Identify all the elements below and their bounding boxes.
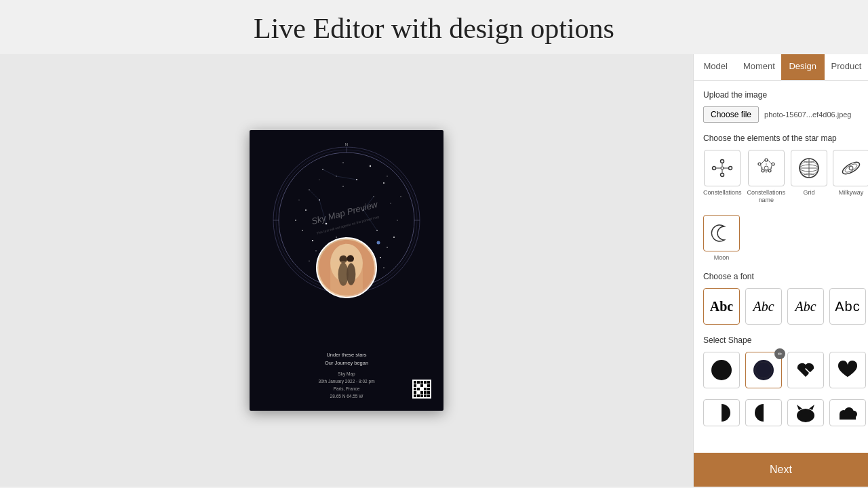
element-grid[interactable]: Grid [791, 150, 827, 204]
shape-half-circle-r[interactable] [745, 399, 782, 426]
svg-point-44 [383, 267, 384, 268]
svg-line-75 [761, 160, 765, 164]
font-item-1[interactable]: Abc [703, 288, 740, 325]
svg-point-62 [721, 160, 724, 163]
elements-grid: Constellations [703, 150, 859, 204]
svg-rect-104 [840, 414, 856, 420]
svg-point-93 [711, 360, 732, 380]
page-title: Live Editor with design options [0, 0, 868, 54]
svg-point-74 [762, 169, 764, 172]
shape-circle[interactable] [703, 352, 740, 388]
svg-point-36 [377, 241, 380, 245]
elements-label: Choose the elements of the star map [703, 134, 859, 143]
svg-point-12 [305, 209, 307, 211]
tab-design[interactable]: Design [781, 54, 825, 80]
svg-text:N: N [345, 142, 348, 146]
svg-point-65 [721, 167, 724, 169]
file-name: photo-15607...ef4d06.jpeg [764, 110, 851, 119]
svg-point-34 [336, 237, 336, 237]
tab-moment[interactable]: Moment [737, 54, 781, 80]
constellations-name-icon-box [748, 150, 785, 186]
svg-point-80 [764, 166, 768, 170]
svg-point-9 [370, 165, 371, 167]
svg-line-79 [761, 165, 762, 169]
svg-text:Sky Map Preview: Sky Map Preview [311, 199, 380, 226]
star-map-container: N [269, 142, 425, 298]
shape-heart[interactable] [829, 352, 866, 388]
svg-point-31 [397, 220, 397, 220]
font-item-4[interactable]: Abc [829, 288, 866, 325]
svg-point-15 [393, 237, 395, 238]
shape-grid-row1: ✏ [703, 352, 859, 388]
preview-area: N [0, 54, 693, 487]
constellations-label: Constellations [703, 189, 742, 197]
map-info: Sky Map 30th January 2022 - 8:02 pm Pari… [263, 370, 430, 400]
moon-icon-box [703, 215, 740, 251]
svg-point-90 [841, 160, 861, 176]
svg-point-39 [342, 186, 344, 187]
shape-heart-arrow[interactable] [787, 352, 824, 388]
svg-point-37 [298, 199, 299, 200]
svg-rect-60 [330, 261, 363, 297]
svg-point-59 [347, 255, 354, 262]
svg-point-72 [772, 163, 774, 165]
qr-code [412, 380, 431, 399]
grid-label: Grid [804, 189, 815, 197]
svg-point-38 [400, 196, 401, 197]
constellations-name-label: Constellations name [747, 189, 786, 204]
svg-point-25 [387, 247, 388, 248]
svg-point-28 [342, 162, 344, 163]
element-constellations[interactable]: Constellations [703, 150, 742, 204]
tab-product[interactable]: Product [825, 54, 868, 80]
font-item-3[interactable]: Abc [787, 288, 824, 325]
svg-point-63 [729, 167, 732, 170]
shape-dark-circle[interactable]: ✏ [745, 352, 782, 388]
shape-half-circle-l[interactable] [703, 399, 740, 426]
svg-point-17 [380, 257, 381, 258]
element-constellations-name[interactable]: Constellations name [747, 150, 786, 204]
tab-bar: Model Moment Design Product [694, 54, 868, 81]
svg-point-11 [383, 182, 384, 184]
choose-file-button[interactable]: Choose file [703, 106, 759, 123]
panel-content: Upload the image Choose file photo-15607… [694, 81, 868, 453]
edit-icon: ✏ [774, 348, 785, 359]
tagline: Under these stars Our Journey began [263, 351, 430, 367]
svg-point-43 [309, 260, 309, 261]
upload-row: Choose file photo-15607...ef4d06.jpeg [703, 106, 859, 123]
svg-point-98 [797, 409, 814, 422]
poster-bottom-text: Under these stars Our Journey began Sky … [263, 346, 430, 400]
element-milkyway[interactable]: Milkyway [833, 150, 868, 204]
tab-model[interactable]: Model [694, 54, 737, 80]
svg-line-77 [771, 165, 772, 169]
svg-point-71 [765, 159, 768, 161]
svg-point-24 [312, 240, 313, 241]
font-grid: Abc Abc Abc Abc [703, 288, 859, 325]
svg-line-47 [309, 190, 319, 200]
milkyway-label: Milkyway [839, 189, 864, 197]
couple-photo [316, 237, 377, 298]
svg-marker-99 [797, 405, 802, 410]
right-panel: Model Moment Design Product Upload the i… [693, 54, 868, 487]
svg-point-94 [753, 360, 774, 380]
next-button[interactable]: Next [694, 453, 868, 487]
svg-point-30 [295, 220, 296, 221]
font-label: Choose a font [703, 272, 859, 281]
svg-point-92 [849, 166, 853, 170]
svg-point-41 [319, 180, 320, 180]
constellations-icon-box [704, 150, 741, 186]
svg-line-46 [336, 176, 357, 180]
shape-cloud[interactable] [829, 399, 866, 426]
moon-row: Moon [703, 215, 859, 262]
svg-point-64 [721, 174, 724, 177]
grid-icon-box [791, 150, 827, 186]
shape-grid-row2 [703, 399, 859, 426]
milkyway-icon-box [833, 150, 868, 186]
svg-line-45 [323, 169, 336, 176]
upload-label: Upload the image [703, 90, 859, 100]
element-moon[interactable]: Moon [703, 215, 740, 262]
shape-cat[interactable] [787, 399, 824, 426]
shape-label: Select Shape [703, 336, 859, 345]
poster-card: N [250, 130, 443, 411]
svg-point-16 [315, 250, 316, 251]
font-item-2[interactable]: Abc [745, 288, 782, 325]
